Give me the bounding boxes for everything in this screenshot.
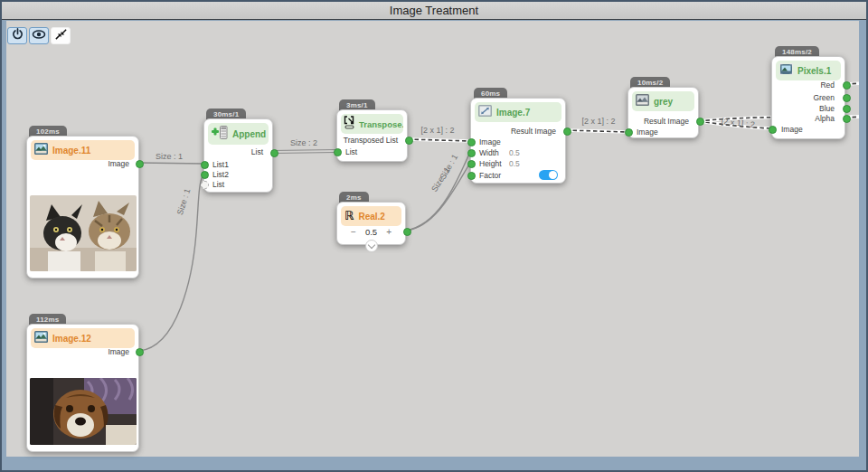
node-image11[interactable]: Image.11 Image <box>26 136 139 278</box>
port-out-green[interactable] <box>843 94 851 102</box>
node-header[interactable]: Image.11 <box>31 140 135 160</box>
node-header[interactable]: grey <box>632 91 694 111</box>
port-label-width: Width <box>479 148 499 158</box>
port-label-green: Green <box>813 93 835 103</box>
real-number-icon: ℝ <box>344 210 354 222</box>
image-icon <box>34 142 48 158</box>
port-label-list-in: List <box>345 147 357 157</box>
real-value[interactable]: 0.5 <box>337 227 405 237</box>
value-stepper: − 0.5 + <box>337 227 405 238</box>
port-out-blue[interactable] <box>843 105 851 113</box>
node-header[interactable]: Append Lsts <box>208 123 269 145</box>
port-label-list-out: List <box>251 147 263 157</box>
port-out-red[interactable] <box>843 81 851 90</box>
port-label-red: Red <box>820 80 835 90</box>
node-real[interactable]: ℝ Real.2 − 0.5 + <box>336 202 406 245</box>
node-title: Image.7 <box>496 108 530 118</box>
port-label-factor: Factor <box>479 171 501 181</box>
port-label-alpha: Alpha <box>815 114 835 124</box>
wire-append-to-transpose[interactable] <box>272 150 336 151</box>
node-header[interactable]: Image.12 <box>31 328 135 348</box>
port-out-result-image[interactable] <box>563 127 571 136</box>
port-label-image: Image <box>108 159 129 169</box>
cats-photo <box>30 195 137 271</box>
node-title: Transpose.1 <box>359 119 403 129</box>
node-append-lists[interactable]: Append Lsts List List1 List2 List <box>203 118 273 193</box>
node-header[interactable]: Transpose.1 <box>341 114 403 134</box>
port-in-image[interactable] <box>769 126 777 134</box>
port-label-list3: List <box>212 180 224 190</box>
port-in-height[interactable] <box>467 160 476 168</box>
image-grey-icon <box>636 93 649 109</box>
node-title: grey <box>654 97 673 107</box>
node-grey[interactable]: grey Result Image Image <box>627 87 699 138</box>
port-out-alpha[interactable] <box>843 115 851 123</box>
wire-label: [2 x 1] : 2 <box>581 117 615 126</box>
node-header[interactable]: Pixels.1 <box>776 61 841 80</box>
wire-image11-to-list1[interactable] <box>139 163 203 164</box>
port-label-image: Image <box>479 137 501 147</box>
transpose-icon <box>344 116 356 133</box>
node-title: Real.2 <box>358 212 384 222</box>
port-in-list[interactable] <box>334 148 342 156</box>
wire-image12-to-list2[interactable] <box>139 174 203 351</box>
port-label-transposed-list: Transposed List <box>344 136 398 146</box>
port-in-width[interactable] <box>467 149 476 157</box>
height-value[interactable]: 0.5 <box>509 159 520 169</box>
wire-label: [2 x 1] : 2 <box>420 126 454 135</box>
width-value[interactable]: 0.5 <box>509 148 520 158</box>
wire-append-to-transpose[interactable] <box>272 153 336 154</box>
title-bar: Image Treatment <box>2 2 866 21</box>
node-image7[interactable]: Image.7 Result Image Image Width 0.5 Hei… <box>470 98 566 184</box>
port-label-image: Image <box>108 347 129 357</box>
port-in-image[interactable] <box>625 128 633 137</box>
image-icon <box>34 330 48 346</box>
wire-label: Size : 1 <box>175 187 192 216</box>
node-header[interactable]: ℝ Real.2 <box>341 206 401 226</box>
node-title: Image.12 <box>52 334 91 344</box>
port-label-result-image: Result Image <box>644 117 689 127</box>
port-label-list1: List1 <box>212 160 229 170</box>
port-out-real[interactable] <box>403 228 411 236</box>
chevron-down-icon <box>368 241 375 248</box>
port-out-list[interactable] <box>270 149 278 157</box>
node-title: Append Lsts <box>232 129 269 139</box>
port-out-image[interactable] <box>136 348 144 356</box>
image-pixels-icon <box>779 62 793 79</box>
port-out-transposed-list[interactable] <box>405 137 413 145</box>
node-title: Pixels.1 <box>797 66 831 76</box>
port-label-result-image: Result Image <box>511 127 556 137</box>
node-transpose[interactable]: Transpose.1 Transposed List List <box>336 109 408 162</box>
increment-button[interactable]: + <box>386 227 392 237</box>
image-scale-icon <box>478 104 492 120</box>
port-in-image[interactable] <box>467 138 476 146</box>
node-image12[interactable]: Image.12 Image <box>26 324 139 452</box>
factor-toggle[interactable] <box>539 170 558 180</box>
expand-handle[interactable] <box>365 240 378 252</box>
port-in-list-open[interactable] <box>201 181 209 189</box>
wire-label: Size : 1 <box>156 152 183 161</box>
node-pixels[interactable]: Pixels.1 Red Green Blue Alpha Image <box>771 56 845 139</box>
page-title: Image Treatment <box>390 4 478 17</box>
toggle-knob <box>549 171 557 179</box>
port-label-blue: Blue <box>819 104 835 114</box>
wire-label: Size : 1 <box>429 165 451 194</box>
port-in-factor[interactable] <box>467 172 476 180</box>
port-out-result-image[interactable] <box>696 118 704 126</box>
dog-photo <box>30 378 137 445</box>
app-window: Image Treatment S <box>0 0 868 472</box>
port-out-image[interactable] <box>136 160 144 168</box>
node-title: Image.11 <box>52 146 90 156</box>
port-in-list1[interactable] <box>201 161 209 169</box>
wire-label: Size : 2 <box>290 138 317 147</box>
port-label-list2: List2 <box>212 170 229 180</box>
port-label-image: Image <box>781 125 803 135</box>
append-list-icon <box>212 126 228 143</box>
port-label-image: Image <box>637 127 658 137</box>
node-header[interactable]: Image.7 <box>475 102 561 122</box>
port-in-list2[interactable] <box>201 171 209 179</box>
port-label-height: Height <box>479 159 502 169</box>
